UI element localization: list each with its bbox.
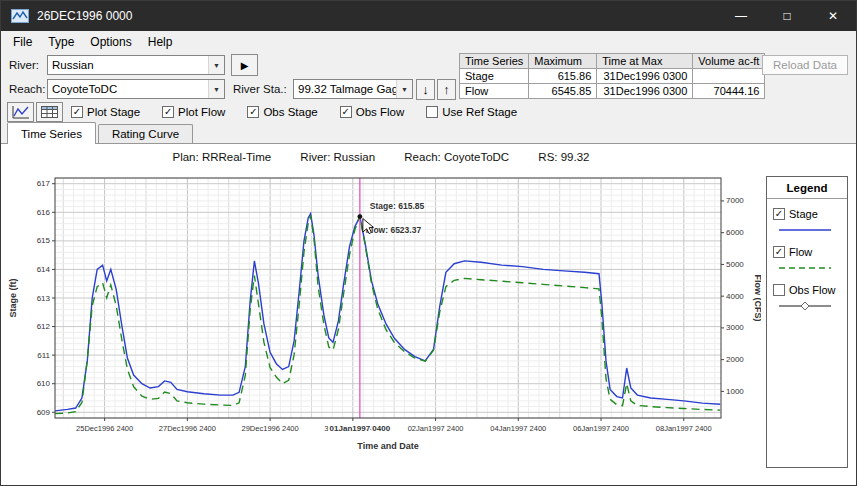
stage-tick-label: 616 xyxy=(37,208,51,217)
table-cell: Flow xyxy=(460,84,529,99)
close-button[interactable]: ✕ xyxy=(810,1,856,31)
table-row: Flow6545.8531Dec1996 030070444.16 xyxy=(460,84,765,99)
legend-item-flow[interactable]: ✓Flow xyxy=(767,243,847,258)
minimize-icon: — xyxy=(735,9,747,23)
reach-label: Reach: xyxy=(9,83,45,95)
chevron-down-icon[interactable]: ▼ xyxy=(208,56,224,74)
checkbox-box[interactable] xyxy=(426,106,438,118)
river-header-label: River: Russian xyxy=(300,151,375,163)
maximize-button[interactable]: □ xyxy=(764,1,810,31)
checkbox-obs-stage[interactable]: ✓Obs Stage xyxy=(247,106,317,118)
legend-item-label: Obs Flow xyxy=(789,284,835,296)
close-icon: ✕ xyxy=(828,9,838,23)
next-station-button[interactable]: ↓ xyxy=(416,79,435,100)
rs-header-label: RS: 99.32 xyxy=(538,151,589,163)
menu-item-type[interactable]: Type xyxy=(40,33,82,51)
summary-col-time-series: Time Series xyxy=(460,54,529,69)
next-river-button[interactable]: ▶ xyxy=(231,54,258,76)
x-tick-label: 08Jan1997 2400 xyxy=(656,424,712,433)
stage-tick-label: 617 xyxy=(37,179,51,188)
controls-panel: River: Russian ▼ ▶ Reach: CoyoteToDC ▼ R… xyxy=(1,52,856,119)
legend-item-obs-flow[interactable]: Obs Flow xyxy=(767,281,847,296)
chevron-down-icon[interactable]: ▼ xyxy=(208,80,224,98)
reach-value: CoyoteToDC xyxy=(48,83,208,95)
checkbox-box[interactable]: ✓ xyxy=(340,106,352,118)
line-chart-icon xyxy=(11,105,30,119)
river-value: Russian xyxy=(48,59,208,71)
table-cell: 31Dec1996 0300 xyxy=(597,84,693,99)
arrow-up-icon: ↑ xyxy=(443,82,450,97)
plot-options-row: ✓Plot Stage✓Plot Flow✓Obs Stage✓Obs Flow… xyxy=(71,102,517,122)
checkbox-box[interactable]: ✓ xyxy=(71,106,83,118)
table-cell: 6545.85 xyxy=(529,84,597,99)
crosshair-date-label: 01Jan1997 0400 xyxy=(330,424,391,433)
previous-station-button[interactable]: ↑ xyxy=(437,79,456,100)
legend-sample-line xyxy=(767,258,847,281)
x-tick-label: 02Jan1997 2400 xyxy=(408,424,464,433)
checkbox-obs-flow[interactable]: ✓Obs Flow xyxy=(340,106,405,118)
summary-table: Time SeriesMaximumTime at MaxVolume ac-f… xyxy=(459,53,765,99)
timeseries-chart[interactable]: 25Dec1996 240027Dec1996 240029Dec1996 24… xyxy=(5,168,761,474)
checkbox-box[interactable]: ✓ xyxy=(247,106,259,118)
tracked-point xyxy=(357,214,362,219)
plan-label: Plan: RRReal-Time xyxy=(172,151,271,163)
y-axis-title-left: Stage (ft) xyxy=(8,279,18,318)
reach-combobox[interactable]: CoyoteToDC ▼ xyxy=(47,79,225,99)
checkbox-box[interactable]: ✓ xyxy=(773,246,785,258)
table-cell xyxy=(693,69,765,84)
reload-data-button[interactable]: Reload Data xyxy=(762,55,848,75)
flow-tick-label: 7000 xyxy=(726,196,744,205)
checkbox-box[interactable]: ✓ xyxy=(773,208,785,220)
legend-item-label: Stage xyxy=(789,208,818,220)
river-sta-combobox[interactable]: 99.32 Talmage Gage ▼ xyxy=(293,79,413,99)
flow-tick-label: 4000 xyxy=(726,292,744,301)
checkbox-label: Obs Flow xyxy=(356,106,405,118)
plot-view-button[interactable] xyxy=(7,102,34,122)
tab-time-series[interactable]: Time Series xyxy=(7,122,96,144)
menu-item-options[interactable]: Options xyxy=(82,33,139,51)
stage-tick-label: 613 xyxy=(37,294,51,303)
minimize-button[interactable]: — xyxy=(718,1,764,31)
stage-tick-label: 612 xyxy=(37,322,51,331)
legend-title: Legend xyxy=(767,177,847,199)
table-cell: 70444.16 xyxy=(693,84,765,99)
flow-annotation: Flow: 6523.37 xyxy=(366,225,422,235)
series-stage xyxy=(55,214,720,411)
flow-tick-label: 2000 xyxy=(726,355,744,364)
menu-item-help[interactable]: Help xyxy=(140,33,181,51)
stage-tick-label: 611 xyxy=(37,351,50,360)
table-cell: 31Dec1996 0300 xyxy=(597,69,693,84)
stage-tick-label: 609 xyxy=(37,408,51,417)
tab-rating-curve[interactable]: Rating Curve xyxy=(98,124,193,144)
river-combobox[interactable]: Russian ▼ xyxy=(47,55,225,75)
legend-item-stage[interactable]: ✓Stage xyxy=(767,205,847,220)
play-icon: ▶ xyxy=(241,60,249,71)
x-tick-label: 29Dec1996 2400 xyxy=(242,424,299,433)
reach-header-label: Reach: CoyoteToDC xyxy=(404,151,509,163)
checkbox-use-ref-stage[interactable]: Use Ref Stage xyxy=(426,106,517,118)
checkbox-plot-flow[interactable]: ✓Plot Flow xyxy=(162,106,225,118)
checkbox-box[interactable]: ✓ xyxy=(162,106,174,118)
checkbox-plot-stage[interactable]: ✓Plot Stage xyxy=(71,106,140,118)
chart-panel: Plan: RRReal-Time River: Russian Reach: … xyxy=(1,143,856,486)
chevron-down-icon[interactable]: ▼ xyxy=(396,80,412,98)
legend-panel: Legend ✓Stage✓FlowObs Flow xyxy=(766,176,848,468)
summary-col-volume-ac-ft: Volume ac-ft xyxy=(693,54,765,69)
summary-col-maximum: Maximum xyxy=(529,54,597,69)
legend-sample-line xyxy=(767,296,847,319)
checkbox-box[interactable] xyxy=(773,284,785,296)
table-view-button[interactable] xyxy=(36,102,63,122)
legend-sample-line xyxy=(767,220,847,243)
y-axis-title-right: Flow (CFS) xyxy=(753,275,761,322)
x-tick-label: 25Dec1996 2400 xyxy=(76,424,133,433)
checkbox-label: Use Ref Stage xyxy=(442,106,517,118)
x-axis-title: Time and Date xyxy=(357,441,418,451)
arrow-down-icon: ↓ xyxy=(422,82,429,97)
table-cell: Stage xyxy=(460,69,529,84)
flow-tick-label: 1000 xyxy=(726,387,744,396)
stage-tick-label: 615 xyxy=(37,236,51,245)
checkbox-label: Obs Stage xyxy=(263,106,317,118)
river-sta-value: 99.32 Talmage Gage xyxy=(294,83,396,95)
menu-item-file[interactable]: File xyxy=(5,33,40,51)
flow-tick-label: 6000 xyxy=(726,228,744,237)
